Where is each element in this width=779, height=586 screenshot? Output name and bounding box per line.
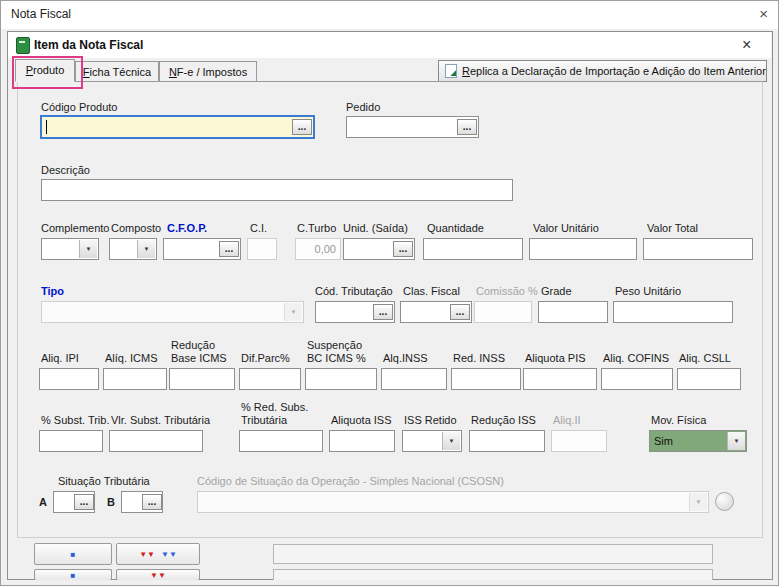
red-arrows-icon: ▼▼ (139, 550, 155, 559)
chevron-down-icon[interactable]: ▼ (137, 240, 155, 258)
text-caret (46, 120, 47, 134)
peso-unitario-label: Peso Unitário (615, 285, 681, 298)
aliq-csll-input[interactable] (677, 368, 741, 390)
complemento-select[interactable]: ▼ (41, 238, 99, 260)
replica-declaracao-button[interactable]: Replica a Declaração de Importação e Adi… (438, 60, 767, 82)
suspencao-bc-icms-input[interactable] (305, 368, 377, 390)
cod-tributacao-field: ... (315, 301, 395, 323)
pct-subst-trib-input[interactable] (39, 430, 103, 452)
codigo-produto-field: ... (41, 116, 314, 138)
complemento-label: Complemento (41, 222, 109, 235)
reducao-iss-input[interactable] (469, 430, 545, 452)
pedido-field: ... (346, 116, 479, 138)
quantidade-input[interactable] (423, 238, 523, 260)
aliq-ii-input (551, 430, 607, 452)
document-arrow-icon (445, 64, 457, 78)
window-title: Nota Fiscal (11, 7, 71, 21)
tab-ficha-tecnica[interactable]: Ficha Técnica (75, 61, 159, 81)
cfop-lookup-button[interactable]: ... (219, 241, 239, 257)
dialog-close-button[interactable]: × (742, 36, 751, 54)
red-inss-label: Red. INSS (453, 352, 505, 365)
bottom-button-4[interactable]: ▼▼ (116, 569, 200, 580)
reducao-iss-label: Redução ISS (471, 414, 536, 427)
csosn-label: Código de Situação da Operação - Simples… (197, 475, 504, 488)
csosn-select: ▼ (197, 491, 709, 513)
mov-fisica-value: Sim (654, 435, 673, 447)
pedido-lookup-button[interactable]: ... (457, 119, 477, 135)
chevron-down-icon[interactable]: ▼ (442, 432, 460, 450)
composto-label: Composto (111, 222, 161, 235)
annotation-highlight (12, 56, 83, 89)
aliquota-iss-label: Aliquota ISS (331, 414, 392, 427)
aliq-cofins-label: Aliq. COFINS (603, 352, 669, 365)
chevron-down-icon[interactable]: ▼ (727, 432, 745, 450)
cfop-label: C.F.O.P. (167, 222, 207, 235)
suspencao-bc-icms-label: Suspenção BC ICMS % (307, 339, 366, 365)
cturbo-label: C.Turbo (297, 222, 336, 235)
mov-fisica-label: Mov. Física (651, 414, 706, 427)
aliquota-iss-input[interactable] (329, 430, 395, 452)
aliq-ii-label: Aliq.II (553, 414, 581, 427)
grade-input[interactable] (538, 301, 608, 323)
replica-declaracao-label: Replica a Declaração de Importação e Adi… (462, 65, 766, 77)
aliq-icms-input[interactable] (103, 368, 167, 390)
aliquota-pis-input[interactable] (523, 368, 597, 390)
descricao-input[interactable] (41, 179, 513, 201)
situacao-a-label: A (39, 496, 47, 509)
dif-parc-input[interactable] (239, 368, 301, 390)
composto-select[interactable]: ▼ (109, 238, 157, 260)
situacao-b-lookup-button[interactable]: ... (142, 494, 162, 510)
window-close-button[interactable]: × (759, 5, 768, 22)
quantidade-label: Quantidade (427, 222, 484, 235)
aliq-cofins-input[interactable] (601, 368, 673, 390)
unid-saida-lookup-button[interactable]: ... (393, 241, 413, 257)
window-titlebar: Nota Fiscal × (1, 1, 778, 29)
ci-label: C.I. (250, 222, 267, 235)
valor-unitario-label: Valor Unitário (533, 222, 599, 235)
cturbo-input (295, 238, 341, 260)
valor-total-label: Valor Total (647, 222, 698, 235)
peso-unitario-input[interactable] (613, 301, 733, 323)
reducao-base-icms-input[interactable] (169, 368, 235, 390)
blue-arrows-icon: ▼▼ (161, 550, 177, 559)
bottom-button-3[interactable]: ■ (34, 569, 112, 580)
valor-total-input[interactable] (643, 238, 753, 260)
chevron-down-icon[interactable]: ▼ (79, 240, 97, 258)
dialog-title: Item da Nota Fiscal (34, 38, 143, 52)
clas-fiscal-lookup-button[interactable]: ... (450, 304, 470, 320)
pct-subst-trib-label: % Subst. Trib. (41, 414, 109, 427)
dif-parc-label: Dif.Parc% (241, 352, 290, 365)
tipo-select: ▼ (41, 301, 304, 323)
codigo-produto-input[interactable] (41, 116, 314, 138)
form-icon (16, 37, 30, 54)
cod-tributacao-label: Cód. Tributação (315, 285, 393, 298)
blue-icon: ■ (71, 571, 76, 580)
vlr-subst-trib-label: Vlr. Subst. Tributária (111, 414, 210, 427)
unid-saida-field: ... (343, 238, 415, 260)
ci-input[interactable] (247, 238, 277, 260)
valor-unitario-input[interactable] (529, 238, 637, 260)
pct-red-subs-label: % Red. Subs. Tributária (241, 401, 308, 427)
bottom-button-1[interactable]: ■ (34, 543, 112, 565)
codigo-produto-lookup-button[interactable]: ... (292, 119, 312, 135)
aliq-ipi-label: Aliq. IPI (41, 352, 79, 365)
situacao-a-lookup-button[interactable]: ... (74, 494, 94, 510)
tab-ficha-tecnica-label: Ficha Técnica (76, 66, 158, 78)
red-inss-input[interactable] (451, 368, 521, 390)
bottom-bar-2 (273, 569, 713, 580)
blue-icon: ■ (71, 550, 76, 559)
alq-inss-input[interactable] (381, 368, 447, 390)
red-arrows-icon: ▼▼ (150, 571, 166, 580)
reducao-base-icms-label: Redução Base ICMS (171, 339, 227, 365)
tab-nfe-impostos[interactable]: NF-e / Impostos (159, 61, 257, 81)
cod-tributacao-lookup-button[interactable]: ... (373, 304, 393, 320)
vlr-subst-trib-input[interactable] (109, 430, 203, 452)
aliq-ipi-input[interactable] (39, 368, 99, 390)
mov-fisica-select[interactable]: Sim ▼ (649, 430, 747, 452)
iss-retido-select[interactable]: ▼ (402, 430, 462, 452)
bottom-button-2[interactable]: ▼▼ ▼▼ (116, 543, 200, 565)
clas-fiscal-label: Clas. Fiscal (403, 285, 460, 298)
nota-fiscal-window: Nota Fiscal × Item da Nota Fiscal × Prod… (0, 0, 779, 586)
pct-red-subs-input[interactable] (239, 430, 323, 452)
aliq-csll-label: Aliq. CSLL (679, 352, 731, 365)
